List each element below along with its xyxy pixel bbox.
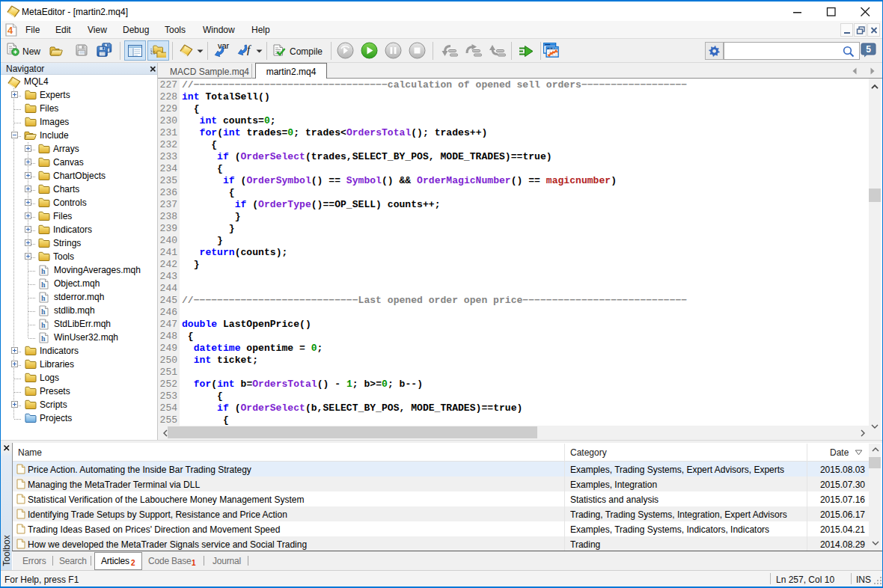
svg-text:f: f <box>247 43 251 55</box>
svg-text:4: 4 <box>7 25 13 36</box>
svg-text:5: 5 <box>866 44 871 55</box>
svg-text:h: h <box>41 294 46 302</box>
svg-text:h: h <box>41 267 46 275</box>
svg-text:h: h <box>41 307 46 316</box>
svg-text:h: h <box>41 321 46 329</box>
svg-text:h: h <box>41 334 46 343</box>
svg-text:h: h <box>41 281 46 289</box>
